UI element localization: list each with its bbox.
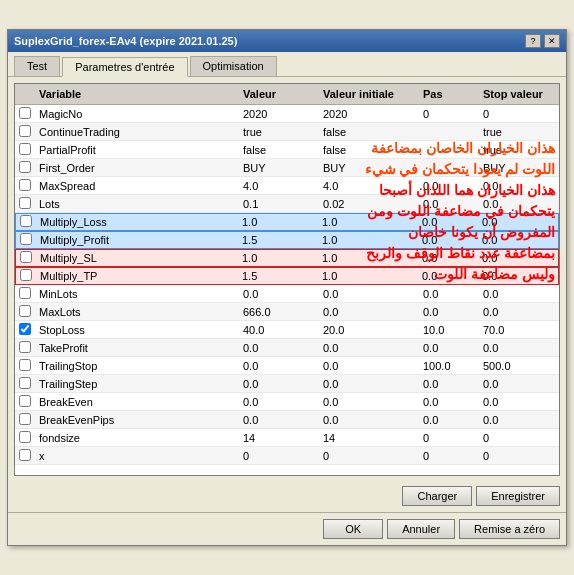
row-checkbox[interactable]	[19, 341, 31, 353]
row-checkbox[interactable]	[20, 251, 32, 263]
row-name: Multiply_TP	[36, 269, 238, 283]
table-row: StopLoss40.020.010.070.0	[15, 321, 559, 339]
row-checkbox-cell[interactable]	[15, 178, 35, 194]
row-checkbox-cell[interactable]	[15, 106, 35, 122]
table-row: Multiply_Loss1.01.00.00.0	[15, 213, 559, 231]
row-checkbox-cell[interactable]	[15, 286, 35, 302]
row-checkbox[interactable]	[19, 107, 31, 119]
row-initial: 2020	[319, 107, 419, 121]
row-pas: 0.0	[419, 287, 479, 301]
row-checkbox-cell[interactable]	[15, 322, 35, 338]
row-checkbox-cell[interactable]	[16, 214, 36, 230]
row-pas: 0.0	[418, 251, 478, 265]
col-stop: Stop valeur	[479, 86, 559, 102]
row-checkbox[interactable]	[19, 125, 31, 137]
row-checkbox-cell[interactable]	[15, 376, 35, 392]
table-row: PartialProfitfalsefalsetrue	[15, 141, 559, 159]
row-initial: 0.0	[319, 377, 419, 391]
row-name: TrailingStop	[35, 359, 239, 373]
help-button[interactable]: ?	[525, 34, 541, 48]
table-row: Multiply_TP1.51.00.00.0	[15, 267, 559, 285]
row-checkbox-cell[interactable]	[16, 250, 36, 266]
annuler-button[interactable]: Annuler	[387, 519, 455, 539]
row-stop: 0	[479, 107, 559, 121]
row-stop: 70.0	[479, 323, 559, 337]
row-initial: 1.0	[318, 251, 418, 265]
row-checkbox[interactable]	[19, 413, 31, 425]
row-stop: 0.0	[479, 197, 559, 211]
row-stop: 0.0	[479, 179, 559, 193]
separator	[8, 512, 566, 513]
row-pas: 0.0	[418, 269, 478, 283]
row-valeur: 0	[239, 449, 319, 463]
col-initial: Valeur initiale	[319, 86, 419, 102]
row-pas: 0.0	[418, 215, 478, 229]
ok-button[interactable]: OK	[323, 519, 383, 539]
row-checkbox[interactable]	[19, 287, 31, 299]
row-checkbox[interactable]	[19, 449, 31, 461]
row-valeur: 0.0	[239, 413, 319, 427]
tab-test[interactable]: Test	[14, 56, 60, 76]
row-initial: 0.0	[319, 341, 419, 355]
params-table: Variable Valeur Valeur initiale Pas Stop…	[14, 83, 560, 476]
row-checkbox-cell[interactable]	[15, 142, 35, 158]
tab-optimisation[interactable]: Optimisation	[190, 56, 277, 76]
row-pas	[419, 131, 479, 133]
row-valeur: 1.0	[238, 215, 318, 229]
row-initial: 0.0	[319, 395, 419, 409]
row-checkbox[interactable]	[19, 143, 31, 155]
table-body: MagicNo2020202000ContinueTradingtruefals…	[15, 105, 559, 475]
enregistrer-button[interactable]: Enregistrer	[476, 486, 560, 506]
main-window: SuplexGrid_forex-EAv4 (expire 2021.01.25…	[7, 29, 567, 546]
row-valeur: 2020	[239, 107, 319, 121]
row-valeur: 40.0	[239, 323, 319, 337]
row-checkbox-cell[interactable]	[15, 124, 35, 140]
row-valeur: 0.0	[239, 359, 319, 373]
row-checkbox[interactable]	[20, 233, 32, 245]
row-checkbox-cell[interactable]	[15, 448, 35, 464]
row-valeur: true	[239, 125, 319, 139]
row-name: ContinueTrading	[35, 125, 239, 139]
row-valeur: 0.0	[239, 395, 319, 409]
row-checkbox-cell[interactable]	[15, 412, 35, 428]
row-checkbox[interactable]	[19, 161, 31, 173]
row-checkbox[interactable]	[19, 377, 31, 389]
row-checkbox[interactable]	[20, 215, 32, 227]
row-checkbox[interactable]	[19, 179, 31, 191]
row-initial: 0.0	[319, 413, 419, 427]
row-checkbox[interactable]	[19, 431, 31, 443]
row-pas: 0.0	[419, 413, 479, 427]
row-name: BreakEvenPips	[35, 413, 239, 427]
row-checkbox-cell[interactable]	[15, 196, 35, 212]
row-valeur: false	[239, 143, 319, 157]
row-name: Lots	[35, 197, 239, 211]
row-stop: 0.0	[478, 233, 558, 247]
row-checkbox[interactable]	[19, 359, 31, 371]
row-checkbox-cell[interactable]	[15, 430, 35, 446]
row-checkbox-cell[interactable]	[16, 232, 36, 248]
charger-button[interactable]: Charger	[402, 486, 472, 506]
row-initial: 0.0	[319, 287, 419, 301]
row-checkbox[interactable]	[19, 395, 31, 407]
col-check	[15, 86, 35, 102]
remise-a-zero-button[interactable]: Remise a zéro	[459, 519, 560, 539]
row-name: Multiply_Profit	[36, 233, 238, 247]
row-valeur: 1.5	[238, 269, 318, 283]
row-checkbox-cell[interactable]	[15, 304, 35, 320]
row-checkbox-cell[interactable]	[15, 340, 35, 356]
row-pas: 100.0	[419, 359, 479, 373]
table-row: MaxLots666.00.00.00.0	[15, 303, 559, 321]
row-checkbox[interactable]	[19, 197, 31, 209]
table-row: BreakEven0.00.00.00.0	[15, 393, 559, 411]
row-checkbox-cell[interactable]	[15, 160, 35, 176]
row-checkbox[interactable]	[19, 323, 31, 335]
row-checkbox[interactable]	[20, 269, 32, 281]
row-name: BreakEven	[35, 395, 239, 409]
row-checkbox-cell[interactable]	[15, 394, 35, 410]
row-checkbox[interactable]	[19, 305, 31, 317]
close-button[interactable]: ✕	[544, 34, 560, 48]
row-checkbox-cell[interactable]	[15, 358, 35, 374]
tab-parametres[interactable]: Parametres d'entrée	[62, 57, 187, 77]
row-checkbox-cell[interactable]	[16, 268, 36, 284]
row-stop: 0.0	[479, 413, 559, 427]
